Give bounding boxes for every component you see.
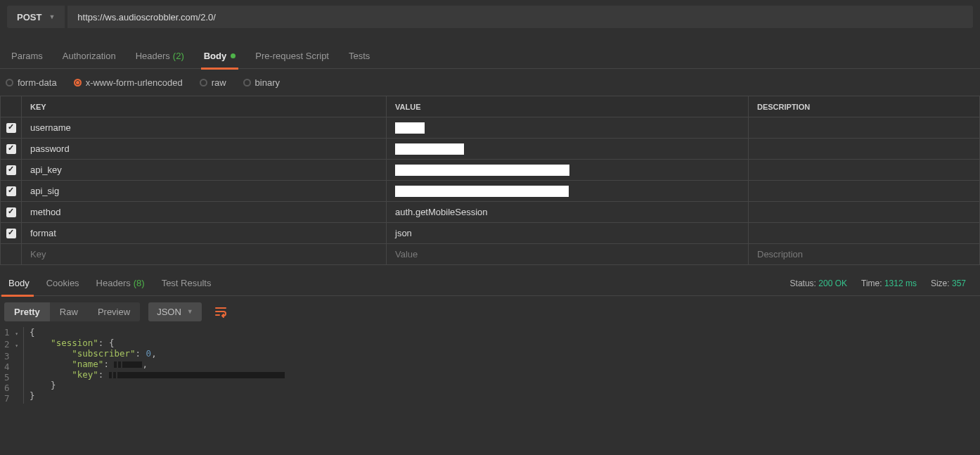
cell-value[interactable] [387, 117, 749, 139]
tab-params[interactable]: Params [1, 44, 53, 69]
format-dropdown[interactable]: JSON ▼ [148, 302, 202, 321]
cell-value[interactable] [387, 181, 749, 202]
cell-value[interactable]: auth.getMobileSession [387, 202, 749, 223]
radio-urlencoded[interactable]: x-www-form-urlencoded [74, 77, 183, 88]
table-row[interactable]: api_sig [1, 181, 980, 202]
cell-key[interactable]: api_key [22, 160, 387, 181]
body-has-content-dot [231, 53, 236, 58]
radio-icon [74, 79, 82, 86]
check-icon[interactable] [6, 229, 16, 238]
check-icon[interactable] [6, 123, 16, 133]
radio-icon [243, 79, 251, 86]
url-input[interactable] [67, 6, 973, 28]
cell-value[interactable]: json [387, 223, 749, 244]
resp-tab-body[interactable]: Body [0, 271, 38, 296]
radio-icon [6, 79, 13, 86]
response-tabs: Body Cookies Headers(8) Test Results Sta… [0, 271, 980, 296]
http-method-dropdown[interactable]: POST ▼ [7, 6, 65, 28]
redacted-value [109, 372, 285, 378]
cell-key[interactable]: api_sig [22, 181, 387, 202]
response-body[interactable]: 1 ▾ 2 ▾ 3 4 5 6 7 { "session": { "subscr… [0, 327, 980, 404]
tab-tests[interactable]: Tests [339, 44, 380, 69]
request-tabs: Params Authorization Headers(2) Body Pre… [0, 44, 980, 69]
size-value: 357 [952, 278, 966, 288]
cell-value[interactable] [387, 139, 749, 160]
chevron-down-icon: ▼ [49, 13, 55, 20]
http-method-label: POST [17, 12, 41, 23]
table-row-empty[interactable]: Key Value Description [1, 244, 980, 265]
resp-tab-testresults[interactable]: Test Results [153, 271, 220, 296]
radio-binary[interactable]: binary [243, 77, 280, 88]
header-key: KEY [22, 96, 387, 117]
tab-headers[interactable]: Headers(2) [126, 44, 194, 69]
time-value: 1312 ms [884, 278, 917, 288]
check-icon[interactable] [6, 207, 16, 217]
line-gutter: 1 ▾ 2 ▾ 3 4 5 6 7 [0, 327, 24, 404]
cell-value[interactable] [387, 160, 749, 181]
cell-value-placeholder[interactable]: Value [387, 244, 749, 265]
body-params-table: KEY VALUE DESCRIPTION username password … [0, 96, 980, 265]
radio-form-data[interactable]: form-data [6, 77, 57, 88]
cell-key[interactable]: format [22, 223, 387, 244]
header-value: VALUE [387, 96, 749, 117]
table-row[interactable]: password [1, 139, 980, 160]
wrap-lines-icon[interactable] [210, 301, 231, 322]
check-icon[interactable] [6, 165, 16, 175]
check-icon[interactable] [6, 144, 16, 154]
redacted-value [114, 361, 142, 368]
table-row[interactable]: method auth.getMobileSession [1, 202, 980, 223]
cell-key[interactable]: username [22, 117, 387, 139]
view-pretty-button[interactable]: Pretty [4, 302, 50, 321]
resp-tab-headers[interactable]: Headers(8) [88, 271, 153, 296]
chevron-down-icon: ▼ [187, 308, 193, 315]
view-preview-button[interactable]: Preview [88, 302, 140, 321]
cell-key[interactable]: method [22, 202, 387, 223]
tab-prerequest[interactable]: Pre-request Script [245, 44, 339, 69]
json-code[interactable]: { "session": { "subscriber": 0, "name": … [24, 327, 980, 404]
table-row[interactable]: api_key [1, 160, 980, 181]
response-meta: Status: 200 OK Time: 1312 ms Size: 357 [790, 278, 980, 288]
table-row[interactable]: username [1, 117, 980, 139]
view-raw-button[interactable]: Raw [50, 302, 88, 321]
table-row[interactable]: format json [1, 223, 980, 244]
header-desc: DESCRIPTION [749, 96, 980, 117]
cell-key[interactable]: password [22, 139, 387, 160]
radio-icon [200, 79, 207, 86]
redacted-value [395, 186, 569, 197]
check-icon[interactable] [6, 186, 16, 196]
cell-key-placeholder[interactable]: Key [22, 244, 387, 265]
body-type-radios: form-data x-www-form-urlencoded raw bina… [0, 69, 980, 96]
status-value: 200 OK [818, 278, 847, 288]
redacted-value [395, 122, 425, 134]
resp-tab-cookies[interactable]: Cookies [38, 271, 88, 296]
redacted-value [395, 143, 464, 155]
radio-raw[interactable]: raw [200, 77, 226, 88]
response-toolbar: Pretty Raw Preview JSON ▼ [0, 296, 980, 327]
tab-authorization[interactable]: Authorization [53, 44, 126, 69]
cell-desc-placeholder[interactable]: Description [749, 244, 980, 265]
tab-body[interactable]: Body [194, 44, 246, 69]
redacted-value [395, 165, 569, 176]
